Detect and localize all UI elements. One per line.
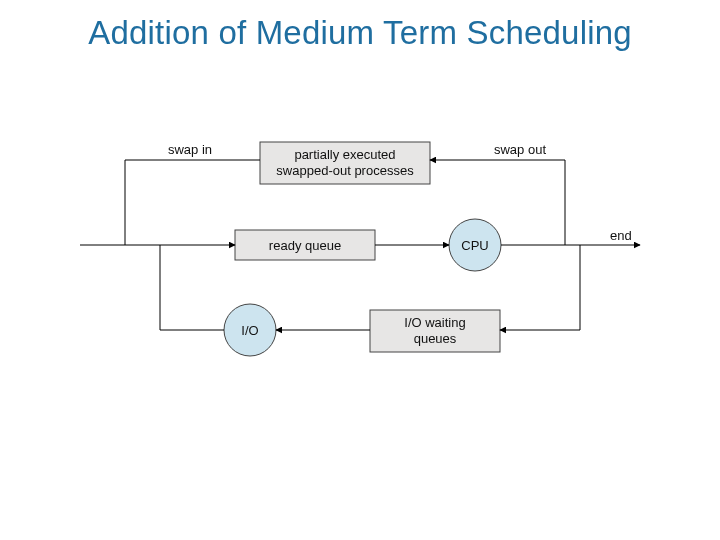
label-end: end bbox=[610, 228, 632, 243]
scheduling-diagram: partially executed swapped-out processes… bbox=[80, 140, 640, 400]
edge-io-return bbox=[160, 245, 224, 330]
label-io-wait-2: queues bbox=[414, 331, 457, 346]
label-io-wait-1: I/O waiting bbox=[404, 315, 465, 330]
edge-cpu-to-iowait bbox=[500, 245, 580, 330]
label-cpu: CPU bbox=[461, 238, 488, 253]
label-ready-queue: ready queue bbox=[269, 238, 341, 253]
label-swap-in: swap in bbox=[168, 142, 212, 157]
slide-title: Addition of Medium Term Scheduling bbox=[0, 14, 720, 52]
label-partial-1: partially executed bbox=[294, 147, 395, 162]
label-partial-2: swapped-out processes bbox=[276, 163, 414, 178]
label-io: I/O bbox=[241, 323, 258, 338]
label-swap-out: swap out bbox=[494, 142, 546, 157]
